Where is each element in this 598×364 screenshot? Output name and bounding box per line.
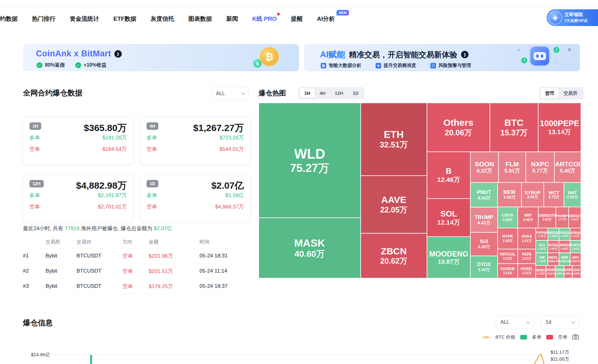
- treemap-tile-AIXBT[interactable]: AIXBT8,905.5: [564, 265, 572, 278]
- treemap-tile-PIPPIN[interactable]: PIPPIN1.33万: [536, 228, 547, 240]
- ai-promo-banner[interactable]: AI赋能 精准交易，开启智能交易新体验 ❯ ▦智能大数据分析◈提升交易精准度◷风…: [304, 44, 580, 71]
- treemap-tile-ARC[interactable]: ARC9,330.27: [570, 253, 581, 265]
- treemap-tile-NEIRO[interactable]: NEIRO1.15万: [536, 265, 546, 278]
- treemap-tile-AVAX[interactable]: AVAX1.61万: [518, 228, 536, 249]
- nav-item-6[interactable]: 新闻: [226, 15, 238, 23]
- treemap-tile-MASK[interactable]: MASK40.60万: [259, 218, 361, 278]
- treemap-tile-WLD[interactable]: WLD75.27万: [259, 103, 361, 218]
- nav-item-7[interactable]: K线 PRO: [252, 15, 277, 23]
- camera-icon[interactable]: [572, 334, 579, 340]
- treemap-tile-1000PEPE[interactable]: 1000PEPE13.14万: [538, 103, 581, 152]
- long-value: $723.26万: [220, 134, 244, 141]
- view-tab[interactable]: 货币: [540, 88, 559, 99]
- treemap-tile-PEPE[interactable]: PEPE1.61万: [518, 249, 536, 264]
- close-icon[interactable]: ×: [568, 46, 571, 53]
- view-tab[interactable]: 交易所: [559, 88, 582, 99]
- treemap-tile-1000SATS[interactable]: 1000SATS2.06万: [538, 207, 556, 228]
- treemap-tile-PORTA[interactable]: PORTA1.04万: [570, 240, 581, 253]
- treemap-tile-DOGE[interactable]: DOGE1.05万: [548, 240, 559, 253]
- treemap-tile-BTC[interactable]: BTC15.37万: [490, 103, 538, 152]
- treemap-tile-WIF[interactable]: WIF2.06万: [518, 207, 538, 228]
- tile-value: 15.37万: [500, 128, 528, 137]
- treemap-tile-B[interactable]: B12.46万: [427, 152, 470, 199]
- nav-item-9[interactable]: AI分析NEW: [317, 15, 335, 23]
- nav-item-4[interactable]: 灰度信托: [151, 15, 174, 23]
- treemap-tile-HIB100[interactable]: HIB1001.26万: [548, 228, 559, 240]
- treemap-tile-MOODENG[interactable]: MOODENG10.87万: [427, 237, 470, 278]
- treemap-tile-COOKIE[interactable]: COOKIE2.14万: [498, 264, 518, 278]
- treemap-tile-ARTCOI[interactable]: ARTCOI5.40万: [554, 152, 581, 182]
- nav-item-1[interactable]: 热门排行: [32, 15, 55, 23]
- treemap-tile-FLM[interactable]: FLM5.91万: [499, 152, 526, 182]
- treemap-tile-ZBCN[interactable]: ZBCN20.62万: [361, 233, 427, 278]
- short-label: 空单: [147, 146, 157, 153]
- treemap-tile-AAVE[interactable]: AAVE22.05万: [361, 176, 427, 233]
- long-bar[interactable]: [90, 355, 92, 364]
- legend-label: 多单: [532, 334, 541, 340]
- treemap-tile-HYPE[interactable]: HYPE2.28万: [498, 228, 518, 249]
- treemap-tile-PENGU[interactable]: PENGU1.22万: [559, 228, 570, 240]
- tile-symbol: HYPE: [502, 234, 513, 239]
- treemap-tile-SOL[interactable]: SOL12.14万: [427, 199, 470, 237]
- treemap-tile-EREBR[interactable]: EREBR9,743.94: [546, 265, 555, 278]
- treemap-tile-FET[interactable]: FET1.19万: [536, 240, 547, 253]
- tile-symbol: TRUMP: [475, 214, 493, 221]
- table-row[interactable]: #1BybitBTCUSDT空单$201.96万05-24 18:31: [23, 248, 250, 264]
- new-badge: NEW: [336, 10, 349, 15]
- period-tab-1D[interactable]: 1D: [348, 88, 363, 98]
- treemap-tile-Others[interactable]: Others20.06万: [427, 103, 490, 152]
- nav-item-8[interactable]: 提醒: [291, 15, 303, 23]
- arrow-right-icon[interactable]: ❯: [114, 50, 122, 58]
- treemap-tile-AVAAI[interactable]: AVAAI1.21万: [570, 228, 581, 240]
- treemap-tile-LISTA[interactable]: LISTA2.28万: [498, 207, 518, 228]
- nav-item-5[interactable]: 图表数据: [188, 15, 212, 23]
- info-filter-select[interactable]: ALL: [496, 315, 534, 329]
- tile-symbol: 1000PEPE: [540, 119, 579, 128]
- treemap-tile-VIRTUAL[interactable]: VIRTUAL2.21万: [498, 249, 518, 264]
- arrow-right-icon[interactable]: ❯: [461, 51, 468, 58]
- treemap-tile-VOXEL[interactable]: VOXEL1.51万: [518, 264, 536, 278]
- treemap-tile-WCT[interactable]: WCT2.75万: [544, 182, 564, 207]
- nav-item-3[interactable]: ETF数据: [113, 15, 136, 23]
- nav-item-0[interactable]: 约数据: [0, 15, 18, 23]
- treemap-tile-ENA[interactable]: ENA9,339.4: [572, 265, 581, 278]
- info-interval-select[interactable]: 1d: [541, 315, 579, 329]
- perk-item: ✓+10%收益: [75, 62, 106, 68]
- treemap-tile-XMR[interactable]: XMR9,488.08: [559, 253, 570, 265]
- tile-value: 2.28万: [503, 218, 512, 222]
- treemap-tile-NXPC[interactable]: NXPC5.77万: [526, 152, 554, 182]
- treemap-tile-OM[interactable]: OM1.15万: [536, 253, 547, 265]
- treemap-tile-SUI[interactable]: SUI4.39万: [470, 232, 497, 256]
- exchange-filter-select[interactable]: ALL: [211, 87, 249, 100]
- vip-claim-button[interactable]: ◈ 立即领取 7天免费VIP试: [547, 9, 598, 26]
- tile-value: 20.62万: [380, 257, 407, 265]
- treemap-tile-ERNI[interactable]: ERNI9,206.3: [555, 265, 564, 278]
- tile-value: 2.14万: [503, 271, 512, 275]
- tile-value: 1.33万: [538, 235, 546, 238]
- bitmart-promo-banner[interactable]: CoinAnk x BitMart ❯ ✓80%返佣✓+10%收益 $ ₿: [23, 44, 299, 71]
- treemap-tile-MERL[interactable]: MERL9,832.97: [548, 253, 559, 265]
- period-tab-12H[interactable]: 12H: [330, 88, 348, 98]
- long-value: $181.26万: [103, 134, 127, 141]
- treemap-tile-SYRUP[interactable]: SYRUP3.06万: [521, 182, 544, 207]
- treemap-tile-ETH[interactable]: ETH32.51万: [361, 103, 427, 176]
- treemap-tile-EIROET[interactable]: EIROET1.62万: [569, 207, 581, 228]
- divider: [0, 7, 598, 7]
- treemap-tile-MEW[interactable]: MEW3.56万: [498, 182, 521, 207]
- table-row[interactable]: #2BybitBTCUSDT空单$201.51万05-24 11:14: [23, 264, 250, 279]
- tile-value: 2.06万: [523, 218, 533, 222]
- treemap-tile-PNUT[interactable]: PNUT4.54万: [470, 182, 497, 207]
- nav-item-2[interactable]: 资金流统计: [70, 15, 99, 23]
- treemap-tile-INIT[interactable]: INIT2.50万: [564, 182, 581, 207]
- period-tab-1H[interactable]: 1H: [300, 88, 315, 98]
- treemap-tile-TRUMP[interactable]: TRUMP4.41万: [470, 207, 497, 232]
- treemap-tile-UBARA[interactable]: UBARA1.05万: [559, 240, 570, 253]
- treemap-tile-SOON[interactable]: SOON6.22万: [470, 152, 498, 182]
- tile-value: 9,339.4: [572, 272, 581, 275]
- bitcoin-coin-illustration: $ ₿: [253, 46, 281, 69]
- treemap-tile-PROMPT[interactable]: PROMPT1.77万: [556, 207, 569, 228]
- treemap-tile-DYDX[interactable]: DYDX3.58万: [470, 256, 497, 278]
- period-tab-4H[interactable]: 4H: [315, 88, 330, 98]
- table-row[interactable]: #3BybitBTCUSDT空单$179.25万05-24 18:37: [23, 279, 250, 294]
- cell: Bybit: [46, 253, 77, 259]
